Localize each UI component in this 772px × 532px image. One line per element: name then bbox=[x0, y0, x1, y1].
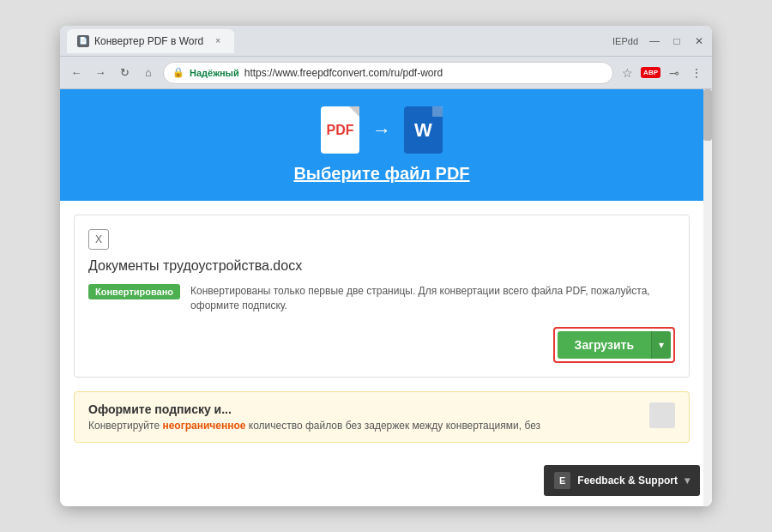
feedback-label: Feedback & Support bbox=[577, 475, 678, 487]
select-pdf-button[interactable]: Выберите файл PDF bbox=[293, 164, 469, 184]
address-bar: ← → ↻ ⌂ 🔒 Надёжный https://www.freepdfco… bbox=[60, 57, 712, 89]
cast-button[interactable]: ⊸ bbox=[666, 64, 683, 82]
subscribe-bold: неограниченное bbox=[162, 420, 245, 432]
tab-close-btn[interactable]: × bbox=[212, 35, 224, 47]
maximize-button[interactable]: □ bbox=[671, 35, 683, 47]
file-name: Документы трудоустройства.docx bbox=[88, 258, 675, 274]
minimize-button[interactable]: — bbox=[648, 35, 660, 47]
tab-label: Конвертер PDF в Word bbox=[94, 35, 203, 47]
converted-badge: Конвертировано bbox=[88, 284, 180, 299]
feedback-e-button[interactable]: E bbox=[554, 472, 570, 489]
subscribe-banner: Оформите подписку и... Конвертируйте нео… bbox=[74, 391, 690, 443]
address-actions: ☆ ABP ⊸ ⋮ bbox=[618, 64, 705, 82]
pdf-symbol: PDF bbox=[327, 123, 354, 138]
word-symbol: W bbox=[414, 119, 432, 142]
trusted-badge: Надёжный bbox=[190, 68, 239, 78]
subscribe-text: Оформите подписку и... Конвертируйте нео… bbox=[88, 402, 540, 432]
tab-area: 📄 Конвертер PDF в Word × bbox=[67, 29, 612, 53]
file-status-row: Конвертировано Конвертированы только пер… bbox=[88, 284, 675, 313]
browser-window: 📄 Конвертер PDF в Word × IEPdd — □ ✕ ← →… bbox=[60, 26, 712, 506]
arrow-icon: → bbox=[372, 119, 391, 142]
abp-button[interactable]: ABP bbox=[641, 67, 660, 78]
subscribe-title: Оформите подписку и... bbox=[88, 402, 540, 416]
window-title-label: IEPdd bbox=[612, 36, 638, 46]
subscribe-btn-placeholder bbox=[649, 402, 675, 428]
blue-header: PDF → W Выберите файл PDF bbox=[60, 89, 703, 201]
download-button-container: Загрузить ▾ bbox=[553, 327, 675, 363]
convert-icons: PDF → W bbox=[321, 106, 443, 154]
url-text: https://www.freepdfconvert.com/ru/pdf-wo… bbox=[244, 67, 604, 79]
lock-icon: 🔒 bbox=[172, 67, 184, 78]
download-dropdown-button[interactable]: ▾ bbox=[651, 331, 671, 359]
back-button[interactable]: ← bbox=[67, 63, 86, 82]
page-content: PDF → W Выберите файл PDF X Документы тр… bbox=[60, 89, 712, 506]
feedback-tooltip: E Feedback & Support ▾ bbox=[544, 465, 700, 496]
title-bar: 📄 Конвертер PDF в Word × IEPdd — □ ✕ bbox=[60, 26, 712, 57]
file-area: X Документы трудоустройства.docx Конверт… bbox=[74, 215, 690, 378]
forward-button[interactable]: → bbox=[91, 63, 110, 82]
pdf-icon: PDF bbox=[321, 106, 359, 154]
status-text: Конвертированы только первые две страниц… bbox=[190, 284, 675, 313]
page-inner: PDF → W Выберите файл PDF X Документы тр… bbox=[60, 89, 712, 506]
scrollbar-thumb[interactable] bbox=[703, 89, 712, 141]
tab-icon: 📄 bbox=[77, 35, 89, 47]
bookmark-button[interactable]: ☆ bbox=[618, 64, 636, 82]
refresh-button[interactable]: ↻ bbox=[115, 63, 134, 82]
file-close-button[interactable]: X bbox=[88, 229, 109, 250]
title-bar-right: IEPdd — □ ✕ bbox=[612, 35, 705, 47]
subscribe-description: Конвертируйте неограниченное количество … bbox=[88, 420, 540, 432]
download-button[interactable]: Загрузить bbox=[558, 331, 651, 359]
close-button[interactable]: ✕ bbox=[693, 35, 705, 47]
browser-tab[interactable]: 📄 Конвертер PDF в Word × bbox=[67, 29, 234, 53]
scrollbar[interactable] bbox=[703, 89, 712, 506]
url-bar[interactable]: 🔒 Надёжный https://www.freepdfconvert.co… bbox=[163, 62, 613, 84]
menu-button[interactable]: ⋮ bbox=[688, 64, 705, 82]
word-icon: W bbox=[404, 106, 443, 154]
download-row: Загрузить ▾ bbox=[88, 327, 675, 363]
feedback-dropdown-button[interactable]: ▾ bbox=[685, 475, 690, 487]
home-button[interactable]: ⌂ bbox=[139, 63, 158, 82]
